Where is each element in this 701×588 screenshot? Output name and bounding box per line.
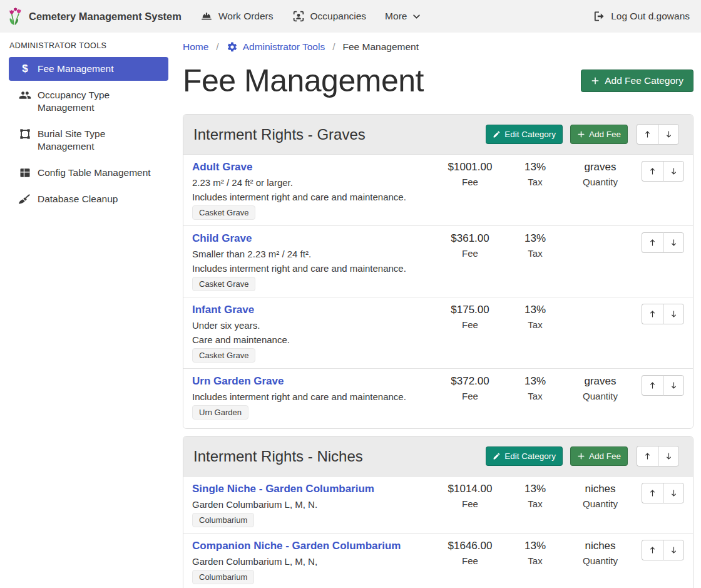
sidebar-item-database-cleanup[interactable]: Database Cleanup xyxy=(9,187,168,211)
nav-work-orders[interactable]: Work Orders xyxy=(200,10,274,23)
sidebar-item-occupancy-type-management[interactable]: Occupancy Type Management xyxy=(9,83,168,120)
fee-quantity-column xyxy=(568,304,633,307)
nav-more[interactable]: More xyxy=(385,11,421,22)
fee-description: Garden Columbarium L, M, N. xyxy=(192,499,432,510)
fee-amount: $1014.00 xyxy=(437,483,503,495)
top-navbar: Cemetery Management System Work Orders O… xyxy=(0,0,701,33)
fee-amount-label: Fee xyxy=(437,498,503,509)
arrow-up-icon xyxy=(648,545,657,555)
fee-amount: $175.00 xyxy=(437,304,503,316)
fee-row: Child Grave Smaller than 2.23 m² / 24 ft… xyxy=(183,226,693,297)
sidebar-item-burial-site-type-management[interactable]: Burial Site Type Management xyxy=(9,122,168,158)
fee-tax-column: 13% Tax xyxy=(503,375,568,401)
fee-tax-label: Tax xyxy=(503,555,568,566)
move-category-down-button[interactable] xyxy=(658,124,679,145)
move-fee-up-button[interactable] xyxy=(642,375,663,396)
breadcrumb-admin-tools-link[interactable]: Administrator Tools xyxy=(227,41,325,53)
nav-logout[interactable]: Log Out d.gowans xyxy=(593,10,690,23)
move-fee-down-button[interactable] xyxy=(663,161,684,182)
move-fee-up-button[interactable] xyxy=(642,232,663,253)
move-fee-down-button[interactable] xyxy=(663,304,684,324)
move-fee-up-button[interactable] xyxy=(642,304,663,324)
sidebar-item-config-table-management[interactable]: Config Table Management xyxy=(9,161,168,185)
fee-amount: $1001.00 xyxy=(437,161,503,173)
move-category-up-button[interactable] xyxy=(637,446,658,467)
breadcrumb: Home / Administrator Tools / Fee Managem… xyxy=(183,41,693,53)
move-fee-down-button[interactable] xyxy=(663,232,684,253)
move-fee-up-button[interactable] xyxy=(642,540,663,560)
nav-occupancies[interactable]: Occupancies xyxy=(292,10,367,23)
fee-name-link[interactable]: Child Grave xyxy=(192,232,252,245)
fee-description: Garden Columbarium L, M, N, xyxy=(192,556,432,567)
fee-category-card: Interment Rights - Graves Edit Category … xyxy=(183,114,693,429)
fee-quantity: graves xyxy=(568,375,633,388)
arrow-down-icon xyxy=(664,451,673,461)
move-category-down-button[interactable] xyxy=(658,446,679,467)
move-category-up-button[interactable] xyxy=(637,124,658,145)
move-fee-down-button[interactable] xyxy=(663,375,684,396)
sidebar: ADMINISTRATOR TOOLS $ Fee Management Occ… xyxy=(0,33,176,214)
fee-tax-column: 13% Tax xyxy=(503,161,568,187)
add-fee-button[interactable]: Add Fee xyxy=(570,446,628,466)
fee-quantity: niches xyxy=(568,483,633,495)
fee-name-link[interactable]: Single Niche - Garden Columbarium xyxy=(192,483,374,495)
move-fee-down-button[interactable] xyxy=(663,540,684,560)
fee-tax-label: Tax xyxy=(503,319,568,330)
fee-tag: Urn Garden xyxy=(192,405,248,420)
fee-tag: Casket Grave xyxy=(192,277,255,291)
app-title: Cemetery Management System xyxy=(29,11,182,23)
add-fee-category-button[interactable]: Add Fee Category xyxy=(581,70,693,92)
fee-name-link[interactable]: Adult Grave xyxy=(192,161,252,173)
breadcrumb-home-link[interactable]: Home xyxy=(183,41,208,53)
fee-tax: 13% xyxy=(503,483,568,495)
fee-tax-column: 13% Tax xyxy=(503,540,568,566)
plus-icon xyxy=(577,452,585,460)
arrow-up-icon xyxy=(648,167,657,176)
fee-name-link[interactable]: Companion Niche - Garden Columbarium xyxy=(192,540,401,552)
fee-reorder-group xyxy=(642,232,684,253)
fee-tax-label: Tax xyxy=(503,498,568,509)
sidebar-item-fee-management[interactable]: $ Fee Management xyxy=(9,57,168,81)
fee-name-link[interactable]: Urn Garden Grave xyxy=(192,375,284,388)
fee-quantity-label: Quantity xyxy=(568,177,633,187)
fee-amount-column: $175.00 Fee xyxy=(437,304,503,330)
users-icon xyxy=(19,89,31,101)
fee-quantity: graves xyxy=(568,161,633,173)
edit-category-button[interactable]: Edit Category xyxy=(486,125,563,144)
occupant-badge-icon xyxy=(292,10,305,23)
fee-amount-label: Fee xyxy=(437,555,503,566)
fee-tax-label: Tax xyxy=(503,248,568,259)
pencil-icon xyxy=(493,452,501,460)
app-brand: Cemetery Management System xyxy=(8,7,182,26)
dollar-icon: $ xyxy=(19,63,31,75)
fee-tag: Columbarium xyxy=(192,513,254,527)
fee-amount-column: $1014.00 Fee xyxy=(437,483,503,509)
fee-tax: 13% xyxy=(503,304,568,316)
fee-amount-column: $1646.00 Fee xyxy=(437,540,503,566)
main-content: Home / Administrator Tools / Fee Managem… xyxy=(176,33,701,588)
add-fee-button[interactable]: Add Fee xyxy=(570,125,628,144)
arrow-up-icon xyxy=(643,130,652,139)
fee-tax-column: 13% Tax xyxy=(503,483,568,509)
fee-description: Includes interment right and care and ma… xyxy=(192,192,432,202)
arrow-up-icon xyxy=(643,451,652,461)
fee-name-link[interactable]: Infant Grave xyxy=(192,304,254,316)
move-fee-down-button[interactable] xyxy=(663,483,684,503)
fee-description: Care and maintenance. xyxy=(192,334,432,345)
breadcrumb-current: Fee Management xyxy=(343,41,419,53)
fee-tax-column: 13% Tax xyxy=(503,232,568,259)
fee-amount-label: Fee xyxy=(437,177,503,187)
gear-icon xyxy=(227,41,238,53)
fee-tag: Casket Grave xyxy=(192,205,255,220)
arrow-down-icon xyxy=(669,381,678,390)
move-fee-up-button[interactable] xyxy=(642,483,663,503)
plot-frame-icon xyxy=(19,128,31,140)
fee-description: Includes interment right and care and ma… xyxy=(192,263,432,274)
edit-category-button[interactable]: Edit Category xyxy=(486,446,563,466)
fee-category-card: Interment Rights - Niches Edit Category … xyxy=(183,436,693,588)
arrow-down-icon xyxy=(669,238,678,247)
logout-icon xyxy=(593,10,605,23)
fee-categories: Interment Rights - Graves Edit Category … xyxy=(183,114,693,588)
move-fee-up-button[interactable] xyxy=(642,161,663,182)
fee-amount-column: $1001.00 Fee xyxy=(437,161,503,187)
